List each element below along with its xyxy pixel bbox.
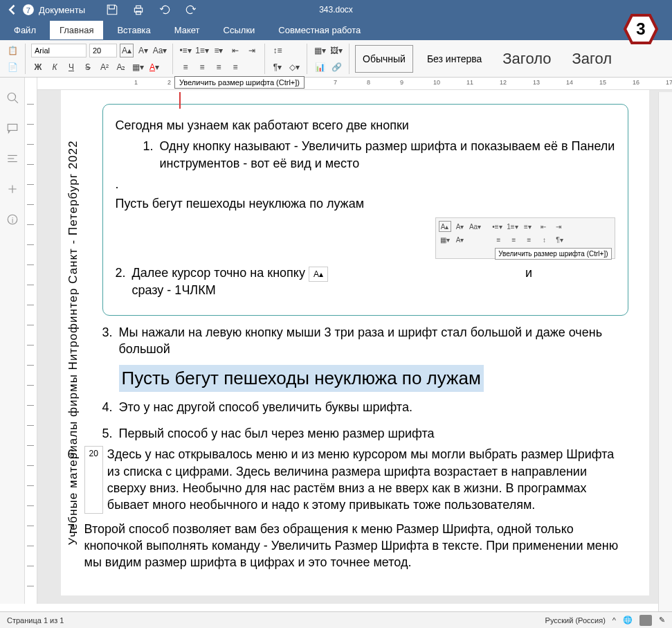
style-heading2[interactable]: Загол: [565, 45, 619, 73]
track-changes-icon[interactable]: ✎: [659, 616, 665, 625]
docs-label: Документы: [39, 5, 85, 15]
left-sidebar: i: [0, 78, 25, 604]
search-icon[interactable]: [6, 91, 19, 104]
dedent-icon[interactable]: ⇤: [228, 44, 242, 57]
svg-text:i: i: [11, 217, 12, 224]
decrease-font-icon[interactable]: A▾: [136, 44, 150, 57]
headings-icon[interactable]: [6, 152, 19, 165]
paste-icon[interactable]: 📄: [6, 60, 19, 74]
strike-icon[interactable]: S̶: [81, 60, 95, 74]
highlighted-sample: Пусть бегут пешеходы неуклюжа по лужам: [119, 365, 484, 392]
step-badge: 3: [624, 14, 658, 44]
superscript-icon[interactable]: A²: [98, 60, 111, 74]
mini-bullets-icon[interactable]: •≡▾: [491, 221, 504, 232]
statusbar: Страница 1 из 1 Русский (Россия) ^ 🌐 ✎: [0, 611, 672, 628]
paragraph-icon[interactable]: ¶▾: [271, 60, 284, 74]
svg-point-6: [8, 93, 15, 100]
save-icon[interactable]: [106, 3, 118, 16]
comments-icon[interactable]: [6, 122, 19, 134]
svg-rect-8: [8, 124, 17, 130]
globe-icon[interactable]: 🌐: [623, 616, 633, 625]
numbering-icon[interactable]: 1≡▾: [195, 44, 209, 57]
sample-text: Пусть бегут пешеходы неуклюжа по лужам: [116, 195, 615, 212]
bullets-icon[interactable]: •≡▾: [179, 44, 192, 57]
mini-fontcolor-icon[interactable]: A▾: [454, 234, 466, 245]
style-nospacing[interactable]: Без интерва: [420, 45, 489, 73]
right-sidebar: [658, 92, 672, 611]
style-normal[interactable]: Обычный: [355, 45, 413, 73]
mini-case-icon[interactable]: Aa▾: [469, 221, 482, 232]
chevron-up-icon[interactable]: ^: [612, 616, 616, 625]
print-icon[interactable]: [132, 3, 145, 16]
mini-align-icon[interactable]: ≡: [493, 234, 505, 245]
back-icon[interactable]: [6, 3, 19, 17]
mini-decrease-font-icon[interactable]: A▾: [454, 221, 466, 232]
align-justify-icon[interactable]: ≡: [228, 60, 242, 74]
italic-icon[interactable]: К: [48, 60, 62, 74]
font-size-select[interactable]: [89, 44, 117, 57]
align-center-icon[interactable]: ≡: [195, 60, 209, 74]
svg-line-7: [15, 100, 18, 103]
highlight-icon[interactable]: ▦▾: [131, 60, 145, 74]
font-increase-chip: A▴: [309, 267, 328, 282]
mini-para-icon[interactable]: ¶▾: [554, 234, 566, 245]
size-chip[interactable]: 20: [84, 446, 103, 513]
line-spacing-icon[interactable]: ↕≡: [271, 44, 284, 57]
indent-icon[interactable]: ⇥: [245, 44, 259, 57]
mini-increase-font-icon[interactable]: A▴: [439, 221, 451, 232]
mini-multilevel-icon[interactable]: ≡▾: [522, 221, 534, 232]
mini-tooltip: Увеличить размер шрифта (Ctrl+]): [495, 248, 611, 260]
insert-table-icon[interactable]: ▦▾: [313, 44, 327, 57]
tab-references[interactable]: Ссылки: [214, 21, 265, 39]
mini-dedent-icon[interactable]: ⇤: [537, 221, 550, 232]
feedback-icon[interactable]: [6, 183, 19, 195]
change-case-icon[interactable]: Aa▾: [153, 44, 167, 57]
insert-link-icon[interactable]: 🔗: [329, 60, 343, 74]
spellcheck-icon[interactable]: [639, 615, 652, 626]
bold-icon[interactable]: Ж: [31, 60, 45, 74]
increase-font-icon[interactable]: A▴: [120, 44, 134, 57]
style-heading1[interactable]: Заголо: [496, 45, 558, 73]
insert-chart-icon[interactable]: 📊: [313, 60, 327, 74]
align-right-icon[interactable]: ≡: [212, 60, 226, 74]
mini-spacing-icon[interactable]: ↕: [538, 234, 551, 245]
page: Учебные материалы фирмы Нитрофинтер Санк…: [61, 90, 649, 595]
svg-rect-3: [136, 6, 141, 8]
about-icon[interactable]: i: [6, 213, 19, 226]
copy-icon[interactable]: 📋: [6, 44, 19, 57]
mini-numbering-icon[interactable]: 1≡▾: [507, 221, 519, 232]
titlebar: 7 Документы 343.docx: [0, 0, 672, 19]
font-select[interactable]: [31, 44, 87, 57]
vertical-watermark: Учебные материалы фирмы Нитрофинтер Санк…: [66, 141, 80, 546]
insert-image-icon[interactable]: 🖼▾: [329, 44, 343, 57]
tab-collab[interactable]: Совместная работа: [269, 21, 370, 39]
document-name: 343.docx: [319, 5, 353, 15]
intro-text: Сегодня мы узнаем как работают всего две…: [116, 117, 615, 134]
mini-highlight-icon[interactable]: ▦▾: [439, 234, 451, 245]
tab-insert[interactable]: Вставка: [107, 21, 160, 39]
shading-icon[interactable]: ◇▾: [287, 60, 301, 74]
tab-file[interactable]: Файл: [4, 21, 46, 39]
app-logo-icon: 7: [22, 3, 35, 16]
multilevel-icon[interactable]: ≡▾: [212, 44, 226, 57]
menubar: Файл Главная Вставка Макет Ссылки Совмес…: [0, 19, 672, 40]
mini-align2-icon[interactable]: ≡: [508, 234, 520, 245]
redo-icon[interactable]: [185, 3, 197, 16]
language-label[interactable]: Русский (Россия): [545, 616, 606, 625]
mini-indent-icon[interactable]: ⇥: [552, 221, 565, 232]
mini-align3-icon[interactable]: ≡: [523, 234, 536, 245]
align-left-icon[interactable]: ≡: [179, 60, 192, 74]
undo-icon[interactable]: [158, 3, 171, 16]
font-color-icon[interactable]: A▾: [147, 60, 161, 74]
framed-block: Сегодня мы узнаем как работают всего две…: [102, 104, 628, 316]
document-area: 123456789101112131415161718 Учебные мате…: [37, 78, 672, 604]
toolbar: 📋 📄 A▴ A▾ Aa▾ Ж К Ч S̶ A² A₂ ▦▾ A▾ •≡▾ 1…: [0, 40, 672, 78]
workspace: i 123456789101112131415161718 Учебные ма…: [0, 78, 672, 604]
tab-layout[interactable]: Макет: [165, 21, 210, 39]
horizontal-ruler: 123456789101112131415161718: [37, 78, 672, 90]
underline-icon[interactable]: Ч: [64, 60, 78, 74]
tab-home[interactable]: Главная: [50, 21, 103, 39]
subscript-icon[interactable]: A₂: [114, 60, 128, 74]
svg-text:7: 7: [26, 6, 30, 15]
vertical-ruler: [25, 78, 37, 604]
